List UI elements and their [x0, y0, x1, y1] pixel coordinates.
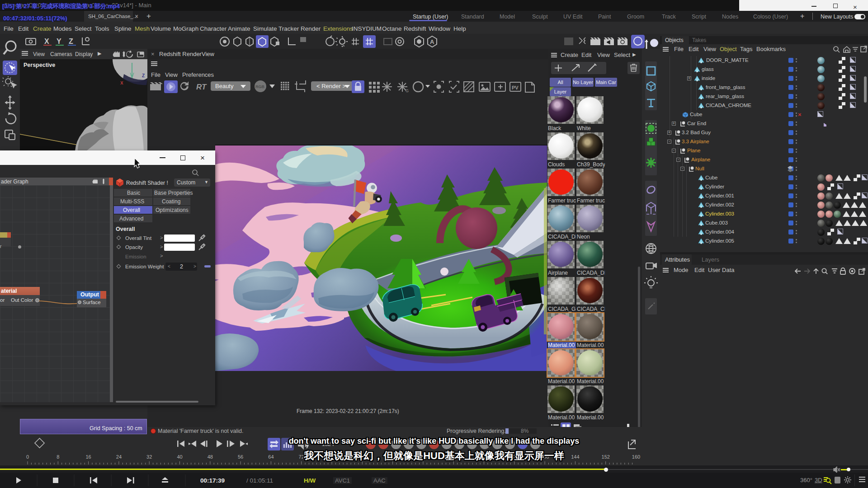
- svg-text:Y: Y: [57, 38, 61, 45]
- svg-text:24: 24: [116, 454, 122, 460]
- svg-text:0: 0: [26, 454, 29, 460]
- svg-text:Z: Z: [69, 38, 73, 45]
- svg-text:A: A: [430, 38, 434, 45]
- svg-text:G: G: [406, 89, 409, 93]
- svg-text:X: X: [44, 38, 49, 45]
- svg-text:< Render >: < Render >: [316, 83, 346, 89]
- svg-text:Perspective: Perspective: [24, 62, 55, 68]
- svg-text:PV: PV: [512, 85, 519, 90]
- svg-text:Z: Z: [142, 73, 145, 78]
- svg-text:Beauty: Beauty: [215, 83, 234, 89]
- svg-text:RGB: RGB: [255, 84, 265, 89]
- svg-text:8: 8: [57, 454, 59, 460]
- svg-text:x: x: [120, 80, 123, 86]
- svg-text:16: 16: [85, 454, 91, 460]
- svg-text:RT: RT: [196, 83, 207, 91]
